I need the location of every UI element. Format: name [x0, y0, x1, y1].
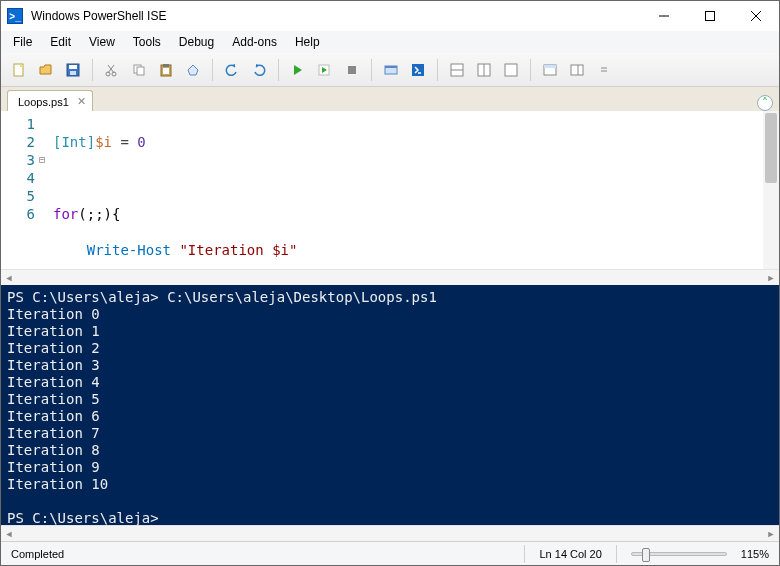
- status-message: Completed: [11, 548, 64, 560]
- scroll-right-icon[interactable]: ►: [763, 526, 779, 541]
- scroll-left-icon[interactable]: ◄: [1, 526, 17, 541]
- toolbar-separator: [437, 59, 438, 81]
- svg-rect-11: [137, 67, 144, 75]
- svg-rect-14: [163, 68, 169, 74]
- toolbar-separator: [212, 59, 213, 81]
- svg-rect-18: [385, 66, 397, 68]
- maximize-button[interactable]: [687, 1, 733, 31]
- toolbar-separator: [530, 59, 531, 81]
- svg-rect-1: [706, 12, 715, 21]
- scroll-right-icon[interactable]: ►: [763, 270, 779, 285]
- start-powershell-button[interactable]: [406, 58, 430, 82]
- toolbar: [1, 53, 779, 87]
- show-script-pane-top-button[interactable]: [445, 58, 469, 82]
- show-command-window-button[interactable]: [538, 58, 562, 82]
- close-button[interactable]: [733, 1, 779, 31]
- menu-help[interactable]: Help: [287, 33, 328, 51]
- show-command-addon-button[interactable]: [565, 58, 589, 82]
- run-selection-button[interactable]: [313, 58, 337, 82]
- undo-button[interactable]: [220, 58, 244, 82]
- line-number-gutter: 1 2 3 4 5 6: [1, 111, 39, 269]
- save-button[interactable]: [61, 58, 85, 82]
- tab-label: Loops.ps1: [18, 96, 69, 108]
- svg-rect-6: [69, 65, 77, 69]
- minimize-button[interactable]: [641, 1, 687, 31]
- toolbar-separator: [92, 59, 93, 81]
- menu-edit[interactable]: Edit: [42, 33, 79, 51]
- svg-rect-24: [505, 64, 517, 76]
- new-remote-tab-button[interactable]: [379, 58, 403, 82]
- menu-tools[interactable]: Tools: [125, 33, 169, 51]
- svg-rect-27: [571, 65, 583, 75]
- svg-rect-26: [544, 65, 556, 68]
- script-editor[interactable]: 1 2 3 4 5 6 ⊟ [Int]$i = 0 for(;;){ Write…: [1, 111, 779, 269]
- show-script-pane-max-button[interactable]: [499, 58, 523, 82]
- code-area[interactable]: [Int]$i = 0 for(;;){ Write-Host "Iterati…: [51, 111, 779, 269]
- svg-line-3: [751, 11, 761, 21]
- tab-close-icon[interactable]: ✕: [77, 95, 86, 108]
- status-bar: Completed Ln 14 Col 20 115%: [1, 541, 779, 565]
- open-file-button[interactable]: [34, 58, 58, 82]
- copy-button[interactable]: [127, 58, 151, 82]
- redo-button[interactable]: [247, 58, 271, 82]
- toolbar-overflow-button[interactable]: [592, 58, 616, 82]
- svg-line-2: [751, 11, 761, 21]
- zoom-slider[interactable]: [631, 552, 727, 556]
- clear-button[interactable]: [181, 58, 205, 82]
- console-horizontal-scrollbar[interactable]: ◄ ►: [1, 525, 779, 541]
- scroll-left-icon[interactable]: ◄: [1, 270, 17, 285]
- menu-addons[interactable]: Add-ons: [224, 33, 285, 51]
- title-bar: >_ Windows PowerShell ISE: [1, 1, 779, 31]
- console-pane[interactable]: PS C:\Users\aleja> C:\Users\aleja\Deskto…: [1, 285, 779, 525]
- stop-button[interactable]: [340, 58, 364, 82]
- app-icon: >_: [7, 8, 23, 24]
- window-title: Windows PowerShell ISE: [31, 9, 166, 23]
- toolbar-separator: [278, 59, 279, 81]
- new-file-button[interactable]: [7, 58, 31, 82]
- toolbar-separator: [371, 59, 372, 81]
- run-button[interactable]: [286, 58, 310, 82]
- paste-button[interactable]: [154, 58, 178, 82]
- editor-horizontal-scrollbar[interactable]: ◄ ►: [1, 269, 779, 285]
- svg-rect-13: [163, 64, 169, 67]
- editor-vertical-scrollbar[interactable]: [763, 111, 779, 269]
- show-script-pane-right-button[interactable]: [472, 58, 496, 82]
- status-zoom: 115%: [741, 548, 769, 560]
- menu-bar: File Edit View Tools Debug Add-ons Help: [1, 31, 779, 53]
- menu-view[interactable]: View: [81, 33, 123, 51]
- menu-debug[interactable]: Debug: [171, 33, 222, 51]
- collapse-script-pane-button[interactable]: ˄: [757, 95, 773, 111]
- menu-file[interactable]: File: [5, 33, 40, 51]
- tab-strip: Loops.ps1 ✕ ˄: [1, 87, 779, 111]
- cut-button[interactable]: [100, 58, 124, 82]
- svg-rect-16: [348, 66, 356, 74]
- status-line-col: Ln 14 Col 20: [539, 548, 601, 560]
- tab-loops[interactable]: Loops.ps1 ✕: [7, 90, 93, 112]
- fold-column: ⊟: [39, 111, 51, 269]
- svg-rect-7: [70, 71, 76, 75]
